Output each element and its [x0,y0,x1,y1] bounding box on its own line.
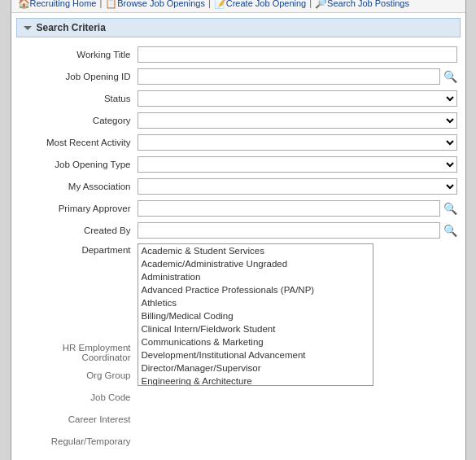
status-label: Status [20,94,138,103]
department-option[interactable]: Advanced Practice Professionals (PA/NP) [138,283,373,296]
department-option[interactable]: Clinical Intern/Fieldwork Student [138,322,373,335]
nav-bar: 🏠 Recruiting Home | 📋 Browse Job Opening… [11,0,465,13]
career-interest-row: Career Interest [20,410,457,428]
browse-icon: 📋 [105,0,117,9]
department-option[interactable]: Administration [138,270,373,283]
department-row: Department Academic & Student ServicesAc… [20,243,457,261]
primary-approver-input[interactable] [138,200,440,217]
department-option[interactable]: Athletics [138,296,373,309]
my-association-control [138,178,457,195]
department-option[interactable]: Billing/Medical Coding [138,309,373,322]
primary-approver-row: Primary Approver 🔍 [20,199,457,217]
department-option[interactable]: Academic/Administrative Ungraded [138,257,373,270]
category-select[interactable] [138,112,457,129]
job-opening-id-search-icon[interactable]: 🔍 [443,70,457,83]
job-opening-id-control: 🔍 [138,68,457,85]
category-control [138,112,457,129]
most-recent-activity-row: Most Recent Activity [20,134,457,151]
my-association-row: My Association [20,177,457,195]
created-by-row: Created By 🔍 [20,221,457,239]
job-opening-id-label: Job Opening ID [20,72,138,81]
primary-approver-label: Primary Approver [20,204,138,213]
created-by-label: Created By [20,226,138,235]
nav-create-opening[interactable]: Create Job Opening [226,0,306,8]
nav-sep-1: | [99,0,102,8]
job-opening-id-input[interactable] [138,68,440,85]
department-option[interactable]: Engineering & Architecture [138,375,373,386]
most-recent-activity-select[interactable] [138,134,457,151]
status-select[interactable] [138,90,457,107]
job-code-label: Job Code [20,392,138,402]
department-option[interactable]: Director/Manager/Supervisor [138,361,373,375]
section-label: Search Criteria [37,22,106,33]
working-title-label: Working Title [20,50,138,59]
working-title-control [138,46,457,63]
collapse-icon[interactable] [24,26,32,30]
department-option[interactable]: Development/Institutional Advancement [138,348,373,361]
job-opening-type-control [138,156,457,173]
regular-temporary-row: Regular/Temporary [20,432,457,450]
primary-approver-control: 🔍 [138,200,457,217]
regular-temporary-label: Regular/Temporary [20,436,138,446]
main-window: Search Job Openings 🏠 Recruiting Home | … [11,0,466,460]
working-title-row: Working Title [20,46,457,64]
nav-browse-openings[interactable]: Browse Job Openings [117,0,205,8]
search-form: Working Title Job Opening ID 🔍 Status Ca… [11,42,465,459]
career-interest-label: Career Interest [20,414,138,424]
department-dropdown-list[interactable]: Academic & Student ServicesAcademic/Admi… [138,243,373,386]
job-opening-type-row: Job Opening Type [20,156,457,173]
recruiting-home-icon: 🏠 [18,0,30,9]
search-postings-icon: 🔎 [315,0,327,9]
department-option[interactable]: Communications & Marketing [138,335,373,348]
create-icon: 📝 [214,0,226,9]
org-group-label: Org Group [20,370,138,380]
job-opening-type-label: Job Opening Type [20,160,138,169]
status-row: Status [20,90,457,107]
job-opening-id-row: Job Opening ID 🔍 [20,68,457,85]
primary-approver-search-icon[interactable]: 🔍 [443,202,457,215]
my-association-label: My Association [20,182,138,191]
most-recent-activity-control [138,134,457,151]
hr-employment-coordinator-label: HR Employment Coordinator [20,343,138,362]
job-code-row: Job Code [20,388,457,406]
category-row: Category [20,112,457,129]
working-title-input[interactable] [138,46,457,63]
department-label: Department [20,243,138,255]
most-recent-activity-label: Most Recent Activity [20,138,138,147]
created-by-input[interactable] [138,222,440,239]
nav-sep-3: | [309,0,312,8]
status-control [138,90,457,107]
nav-sep-2: | [208,0,211,8]
created-by-search-icon[interactable]: 🔍 [443,224,457,237]
created-by-control: 🔍 [138,222,457,239]
my-association-select[interactable] [138,178,457,195]
section-header: Search Criteria [16,18,461,37]
department-option[interactable]: Academic & Student Services [138,244,373,257]
job-opening-type-select[interactable] [138,156,457,173]
nav-recruiting-home[interactable]: Recruiting Home [30,0,97,8]
nav-search-postings[interactable]: Search Job Postings [327,0,409,8]
category-label: Category [20,116,138,125]
